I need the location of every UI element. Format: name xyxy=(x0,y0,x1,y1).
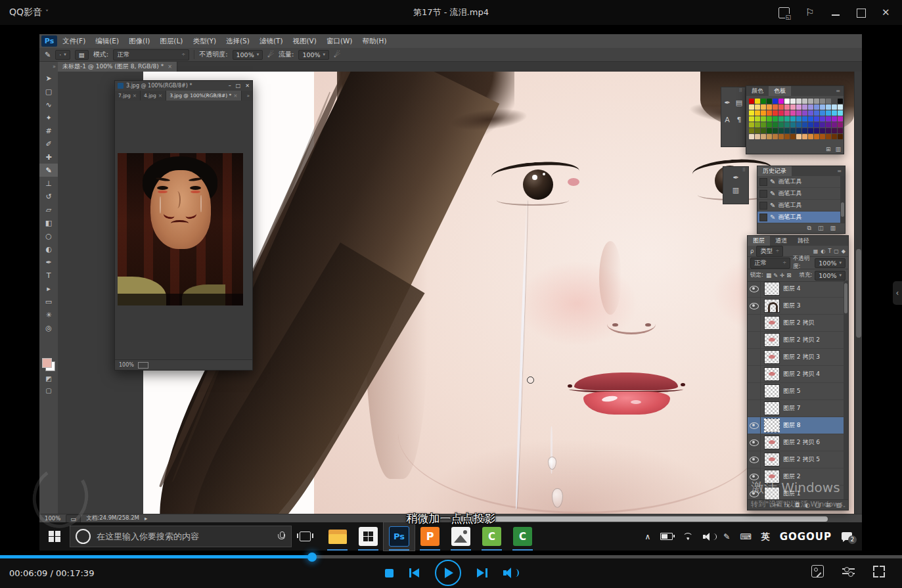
color-swatch xyxy=(790,99,796,104)
eye-icon xyxy=(750,457,759,463)
opacity-label: 不透明度: xyxy=(199,50,227,59)
play-button[interactable] xyxy=(435,560,461,586)
color-swatch xyxy=(802,104,807,110)
photos-icon xyxy=(451,527,470,546)
progress-knob[interactable] xyxy=(307,553,317,562)
color-swatch xyxy=(790,134,796,139)
tool-button: ✎ xyxy=(39,164,58,177)
previous-button[interactable] xyxy=(409,568,420,577)
color-swatch xyxy=(826,99,831,104)
layer-thumbnail xyxy=(764,470,780,484)
video-surface[interactable]: Ps 文件(F)编辑(E)图像(I)图层(L)类型(Y)选择(S)滤镜(T)视图… xyxy=(39,34,862,551)
color-swatch xyxy=(773,99,778,104)
color-swatch xyxy=(773,134,778,139)
float-maximize-icon: □ xyxy=(236,83,241,89)
float-close-icon: ✕ xyxy=(245,83,250,89)
color-swatch xyxy=(778,134,784,139)
history-scrollbar xyxy=(840,176,845,223)
blend-mode-select: 正常÷ xyxy=(113,49,189,60)
history-source-checkbox xyxy=(759,202,767,210)
taskbar-app-camtasia-recorder: C xyxy=(507,522,538,551)
float-window-title: 3.jpg @ 100%(RGB/8#) * xyxy=(126,83,192,89)
foreground-color-chip xyxy=(42,358,52,368)
layers-footer-icon: ▥ xyxy=(836,502,842,509)
playlist-toggle[interactable]: ‹ xyxy=(893,281,902,305)
ps-tool-list: ➤ ▢ ∿ ✦ # ✐ ✚ ✎ ⊥ ↺ xyxy=(39,72,58,334)
layer-row: 图层 1 xyxy=(748,486,844,499)
color-swatch xyxy=(814,134,819,139)
ps-menu-item: 选择(S) xyxy=(226,37,250,46)
taskbar-search-box: 在这里输入你要搜索的内容 xyxy=(70,526,292,547)
layer-name: 图层 1 xyxy=(783,489,801,498)
layer-name: 图层 8 xyxy=(783,421,801,430)
color-swatch xyxy=(784,122,790,127)
fill-label: 填充: xyxy=(799,271,812,279)
color-swatch xyxy=(814,116,819,122)
maximize-button[interactable] xyxy=(857,9,866,18)
lock-label: 锁定: xyxy=(750,271,763,279)
windows-taskbar: 在这里输入你要搜索的内容 Ps P C C ∧ ✎ ⌨ 英 xyxy=(39,522,862,551)
photoshop-logo: Ps xyxy=(41,35,57,47)
canvas-horizontal-scrollbar xyxy=(460,516,828,522)
color-swatch xyxy=(808,128,813,133)
history-step: ✎ 画笔工具 xyxy=(757,176,845,188)
layer-row: 图层 2 拷贝 xyxy=(748,315,844,332)
layers-scrollbar xyxy=(844,281,848,499)
color-swatch xyxy=(796,122,801,127)
tray-chevron-icon: ∧ xyxy=(645,532,651,541)
panel-footer-icon: ▥ xyxy=(835,146,841,152)
tool-button: ○ xyxy=(39,229,58,242)
task-view-button xyxy=(292,531,318,541)
mini-mode-icon[interactable] xyxy=(778,7,790,18)
panel-menu-icon: ≡ xyxy=(832,86,844,96)
pin-on-top-icon[interactable]: ⚐ xyxy=(805,8,815,18)
color-swatch xyxy=(761,104,766,110)
color-swatch xyxy=(749,104,754,110)
layer-row: 图层 2 拷贝 6 xyxy=(748,434,844,451)
color-swatch xyxy=(761,110,766,116)
tool-button: ✐ xyxy=(39,137,58,150)
ps-menu-list: 文件(F)编辑(E)图像(I)图层(L)类型(Y)选择(S)滤镜(T)视图(V)… xyxy=(62,37,387,46)
layer-name: 图层 2 拷贝 5 xyxy=(783,455,820,464)
progress-bar[interactable] xyxy=(0,555,902,558)
next-button[interactable] xyxy=(477,568,487,577)
tool-icon: ➤ xyxy=(45,74,51,83)
history-list: ✎ 画笔工具 ✎ 画笔工具 ✎ 画笔工具 xyxy=(757,176,845,223)
toolbox-icon[interactable] xyxy=(811,565,824,577)
system-tray: ∧ ✎ ⌨ 英 GOGOUP 2 xyxy=(645,531,863,543)
doc-size-icon xyxy=(138,362,148,369)
color-swatch xyxy=(784,128,790,133)
fullscreen-icon[interactable] xyxy=(873,566,885,577)
color-swatch xyxy=(761,116,766,122)
stop-button[interactable] xyxy=(385,569,394,577)
minimize-button[interactable] xyxy=(831,8,841,18)
airbrush-icon: ☄ xyxy=(267,51,274,59)
color-swatch xyxy=(767,104,772,110)
filter-icon: ▢ xyxy=(834,248,839,254)
panel-icon: ✒ xyxy=(721,94,733,111)
chin-shadow xyxy=(415,438,724,514)
color-swatch xyxy=(808,122,813,127)
color-swatch xyxy=(820,116,825,122)
settings-sliders-icon[interactable] xyxy=(842,566,855,576)
layer-thumbnail xyxy=(764,401,780,415)
mode-label: 模式: xyxy=(93,50,108,59)
color-swatch xyxy=(773,122,778,127)
close-button[interactable]: ✕ xyxy=(882,8,891,18)
tool-icon: ○ xyxy=(45,232,52,240)
player-titlebar: QQ影音 ˅ 第17节 - 流泪.mp4 ⚐ ✕ xyxy=(0,0,902,25)
app-main-menu[interactable]: QQ影音 ˅ xyxy=(9,7,49,18)
layer-thumbnail xyxy=(764,487,780,499)
color-swatch xyxy=(784,134,790,139)
layer-name: 图层 7 xyxy=(783,404,801,413)
status-arrows: ▸ xyxy=(145,515,147,522)
color-swatch xyxy=(749,110,754,116)
file-explorer-icon xyxy=(328,530,347,544)
tool-icon: ▱ xyxy=(46,206,51,214)
color-swatch xyxy=(820,110,825,116)
color-swatch xyxy=(808,134,813,139)
color-swatch xyxy=(814,122,819,127)
color-swatch xyxy=(767,134,772,139)
taskbar-app-photos xyxy=(445,522,476,551)
volume-button[interactable] xyxy=(503,568,518,578)
